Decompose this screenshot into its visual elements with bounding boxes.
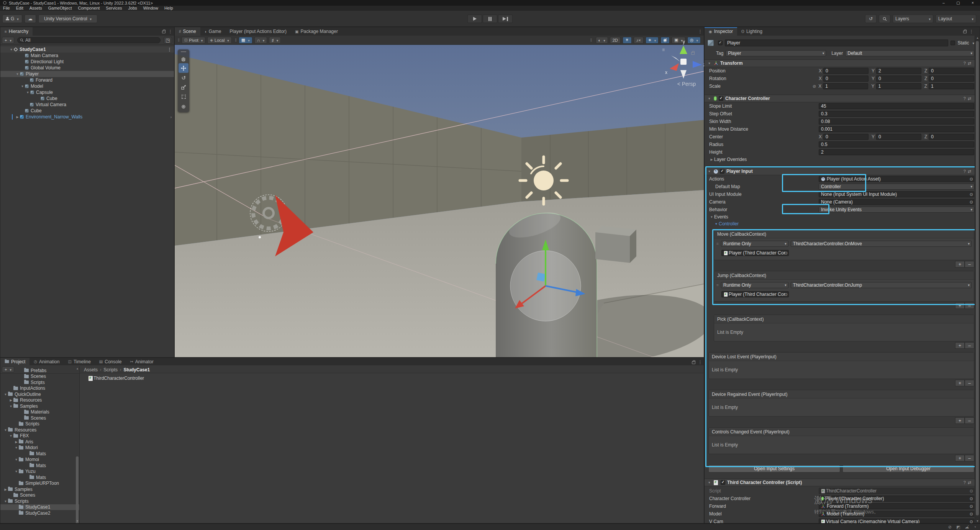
help-icon[interactable]: ? xyxy=(964,169,966,174)
drag-handle[interactable] xyxy=(181,51,186,52)
step-button[interactable] xyxy=(498,15,513,23)
search-button[interactable] xyxy=(879,15,890,23)
object-picker-icon[interactable] xyxy=(970,496,973,501)
remove-event-button[interactable] xyxy=(965,455,974,461)
tab-timeline[interactable]: ◫Timeline xyxy=(64,358,95,365)
tree-item[interactable]: Samples xyxy=(0,403,79,409)
tab-hierarchy[interactable]: ≡Hierarchy xyxy=(0,27,33,36)
scroll-up-icon[interactable]: ▲ xyxy=(975,36,980,39)
events-foldout[interactable]: Events xyxy=(705,213,980,220)
kebab-menu-icon[interactable] xyxy=(167,47,172,52)
hierarchy-item[interactable]: Directional Light xyxy=(0,59,174,65)
tree-item[interactable]: Scenes xyxy=(0,415,79,421)
local-button[interactable]: ◈Local xyxy=(207,37,232,44)
tree-item[interactable]: Aris xyxy=(0,439,79,445)
hierarchy-item[interactable]: Virtual Camera xyxy=(0,102,174,108)
cloud-offline-icon[interactable]: ☁̸ xyxy=(965,525,969,530)
tree-scrollbar[interactable]: ▲▼ xyxy=(75,366,79,523)
scrollbar-thumb[interactable] xyxy=(976,41,979,515)
character-controller-header[interactable]: Character Controller ?⇄ xyxy=(705,95,980,102)
menu-assets[interactable]: Assets xyxy=(26,6,45,11)
center-z-field[interactable]: 0 xyxy=(929,134,974,140)
add-event-button[interactable] xyxy=(955,342,965,349)
menu-window[interactable]: Window xyxy=(140,6,161,11)
presets-icon[interactable]: ⇄ xyxy=(968,480,971,485)
radius-field[interactable]: 0.5 xyxy=(819,141,974,148)
help-icon[interactable]: ? xyxy=(964,480,966,485)
add-event-button[interactable] xyxy=(955,302,965,309)
move-tool-button[interactable] xyxy=(179,63,188,73)
layout-dropdown[interactable]: Layout xyxy=(936,15,976,23)
object-picker-icon[interactable] xyxy=(784,251,788,256)
tree-item[interactable]: Scenes xyxy=(0,374,79,380)
object-picker-icon[interactable] xyxy=(784,292,788,297)
layer-overrides-foldout[interactable]: Layer Overrides xyxy=(705,156,980,163)
undo-history-button[interactable]: ↺ xyxy=(865,15,877,23)
tree-item[interactable]: StudyCase2 xyxy=(0,510,79,516)
link-scale-icon[interactable]: ⊘ xyxy=(813,84,816,89)
minimize-button[interactable]: – xyxy=(936,0,951,6)
object-picker-icon[interactable] xyxy=(970,192,973,197)
pivot-button[interactable]: ⊡Pivot xyxy=(182,37,205,44)
foldout-icon[interactable] xyxy=(9,48,14,51)
remove-event-button[interactable] xyxy=(965,417,974,424)
2d-toggle[interactable]: 2D xyxy=(610,37,621,44)
menu-jobs[interactable]: Jobs xyxy=(125,6,140,11)
scale-x-field[interactable]: 1 xyxy=(823,83,868,89)
foldout-icon[interactable] xyxy=(15,72,20,76)
remove-event-button[interactable] xyxy=(965,342,974,349)
open-input-debugger-button[interactable]: Open Input Debugger xyxy=(842,465,974,473)
tree-item[interactable]: Momoi xyxy=(0,457,79,463)
tree-item[interactable]: Prefabs xyxy=(0,368,79,374)
name-field[interactable]: Player xyxy=(725,39,948,46)
vcam-object-field[interactable]: Virtual Camera (Cinemachine Virtual Came… xyxy=(819,519,974,523)
tree-item[interactable]: Materials xyxy=(0,409,79,415)
open-window-icon[interactable]: ◳ xyxy=(164,37,172,44)
lighting-toggle[interactable]: ☀ xyxy=(623,37,632,44)
play-button[interactable] xyxy=(467,15,482,23)
character-controller-object-field[interactable]: Player (Character Controller) xyxy=(819,496,974,502)
hierarchy-search-input[interactable]: All xyxy=(17,37,161,43)
tree-item[interactable]: Mats xyxy=(0,451,79,457)
object-picker-icon[interactable] xyxy=(970,177,973,182)
hierarchy-item[interactable]: Cube xyxy=(0,108,174,114)
hierarchy-item[interactable]: Model xyxy=(0,83,174,89)
transform-header[interactable]: Transform ?⇄ xyxy=(705,59,980,67)
step-offset-field[interactable]: 0.3 xyxy=(819,111,974,117)
chevron-right-icon[interactable]: › xyxy=(170,115,172,119)
breadcrumb-item[interactable]: Assets xyxy=(83,367,98,372)
kebab-menu-icon[interactable] xyxy=(168,29,172,34)
tree-item[interactable]: Yuzu xyxy=(0,469,79,475)
event-target-field[interactable]: Player (Third Character Cor xyxy=(721,250,789,256)
tree-item[interactable]: FBX xyxy=(0,433,79,439)
lock-icon[interactable] xyxy=(963,31,967,33)
menu-edit[interactable]: Edit xyxy=(13,6,26,11)
position-x-field[interactable]: 0 xyxy=(823,68,869,74)
snap-toggle[interactable]: ∩ xyxy=(254,37,267,44)
kebab-menu-icon[interactable] xyxy=(969,29,973,34)
drag-handle[interactable]: = xyxy=(716,283,719,287)
effects-toggle[interactable]: ∗ xyxy=(646,37,659,44)
grid-visibility-toggle[interactable]: ▦ xyxy=(239,37,252,44)
scene-viewport[interactable] xyxy=(175,45,704,357)
event-target-field[interactable]: Player (Third Character Cor xyxy=(721,291,789,297)
enabled-checkbox[interactable] xyxy=(719,96,723,101)
package-icon[interactable]: ◩ xyxy=(956,525,960,530)
add-event-button[interactable] xyxy=(955,455,965,461)
tree-item[interactable]: QuickOutline xyxy=(0,391,79,397)
scroll-down-icon[interactable]: ▼ xyxy=(75,520,79,522)
transform-tool-button[interactable]: ⊕ xyxy=(179,102,188,111)
foldout-icon[interactable] xyxy=(15,115,20,119)
scale-y-field[interactable]: 1 xyxy=(876,83,921,89)
camera-object-field[interactable]: None (Camera) xyxy=(819,199,974,205)
tree-item[interactable]: Mats xyxy=(0,463,79,469)
menu-help[interactable]: Help xyxy=(161,6,176,11)
menu-gameobject[interactable]: GameObject xyxy=(45,6,75,11)
add-object-button[interactable]: + xyxy=(2,37,14,44)
layers-dropdown[interactable]: Layers xyxy=(893,15,933,23)
perspective-label[interactable]: < Persp xyxy=(667,81,706,87)
min-move-distance-field[interactable]: 0.001 xyxy=(819,126,974,132)
shading-mode-dropdown[interactable]: ◐ xyxy=(596,37,608,44)
hierarchy-item[interactable]: Global Volume xyxy=(0,65,174,71)
menu-component[interactable]: Component xyxy=(75,6,103,11)
